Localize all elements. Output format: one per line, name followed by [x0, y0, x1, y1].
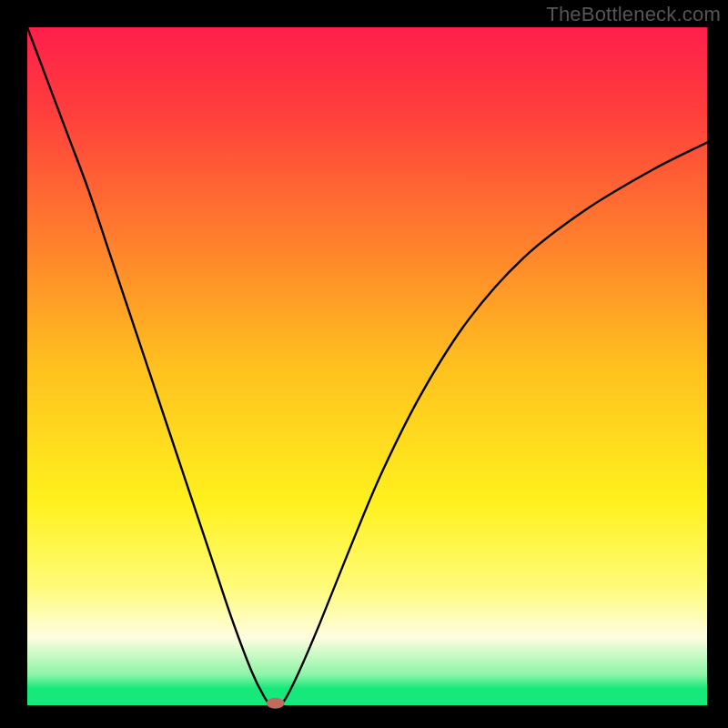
bottleneck-chart: [0, 0, 728, 728]
plot-background: [27, 27, 707, 705]
watermark-text: TheBottleneck.com: [546, 3, 721, 26]
min-marker: [267, 698, 285, 709]
